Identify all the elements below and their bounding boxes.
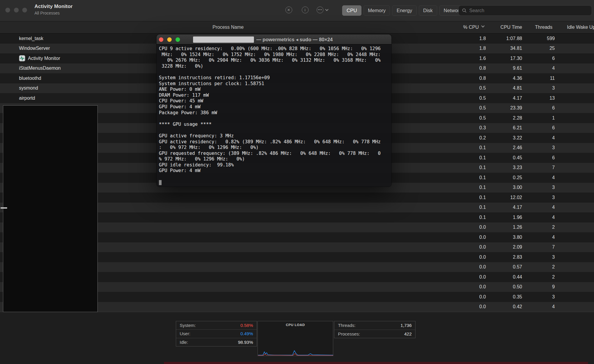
cpu-value: 0.1 [416, 175, 486, 180]
cpu-value: 0.0 [416, 274, 486, 280]
threads-label: Threads: [338, 323, 356, 328]
cpu-value: 0.0 [416, 264, 486, 270]
cpu-time-value: 3.22 [486, 135, 522, 141]
cpu-time-value: 3.80 [486, 235, 522, 240]
threads-value: 6 [522, 105, 555, 111]
search-field[interactable] [458, 5, 592, 16]
cpu-value: 0.1 [416, 195, 486, 200]
column-header-idle-wake[interactable]: Idle Wake Up [567, 25, 594, 30]
cpu-time-value: 0.57 [486, 264, 522, 270]
cpu-load-graph [258, 328, 333, 356]
cpu-time-value: 23.39 [486, 105, 522, 111]
activity-monitor-app-icon [19, 55, 25, 61]
activity-monitor-titlebar[interactable]: Activity Monitor All Processes ✕ i ••• C… [0, 0, 594, 21]
cpu-time-value: 0.25 [486, 175, 522, 180]
minimize-button[interactable] [167, 37, 172, 42]
threads-value: 2 [522, 274, 555, 280]
redaction-mark [1, 207, 7, 209]
cpu-time-value: 0.50 [486, 284, 522, 290]
redacted-process-names [3, 105, 98, 312]
threads-value: 1 [522, 115, 555, 121]
cpu-time-value: 4.17 [486, 205, 522, 210]
cpu-time-value: 6.21 [486, 125, 522, 131]
cpu-time-value: 4.36 [486, 76, 522, 81]
threads-value: 3 [522, 85, 555, 91]
cpu-value: 0.1 [416, 155, 486, 160]
tab-disk[interactable]: Disk [419, 5, 437, 16]
cpu-value: 0.2 [416, 135, 486, 141]
threads-value: 1,736 [400, 323, 412, 328]
terminal-titlebar[interactable]: — powermetrics ◂ sudo — 80×24 [157, 34, 391, 44]
threads-value: 25 [522, 46, 555, 51]
cpu-time-value: 2.09 [486, 244, 522, 250]
threads-value: 4 [522, 215, 555, 220]
zoom-button[interactable] [176, 37, 180, 42]
column-header-process-name[interactable]: Process Name [213, 25, 244, 30]
terminal-output: CPU 9 active residency: 0.00% (600 MHz: … [159, 46, 391, 185]
threads-value: 7 [522, 244, 555, 250]
background-window-edge [164, 362, 588, 364]
cpu-time-value: 0.42 [486, 304, 522, 309]
threads-value: 6 [522, 155, 555, 160]
cpu-value: 0.0 [416, 284, 486, 290]
threads-value: 4 [522, 135, 555, 141]
threads-value: 4 [522, 66, 555, 71]
search-input[interactable] [469, 8, 576, 13]
quit-process-button[interactable]: ✕ [285, 6, 293, 14]
threads-value: 6 [522, 56, 555, 61]
terminal-window: — powermetrics ◂ sudo — 80×24 CPU 9 acti… [157, 34, 391, 187]
close-button[interactable] [159, 37, 163, 42]
processes-label: Processes: [338, 331, 360, 336]
threads-value: 4 [522, 235, 555, 240]
terminal-body: CPU 9 active residency: 0.00% (600 MHz: … [157, 44, 391, 185]
inspect-process-button[interactable]: i [301, 6, 309, 14]
cpu-value: 0.0 [416, 304, 486, 309]
cpu-time-value: 9.61 [486, 66, 522, 71]
cpu-time-value: 1.26 [486, 225, 522, 230]
terminal-title: — powermetrics ◂ sudo — 80×24 [256, 37, 333, 42]
more-options-button[interactable]: ••• [317, 6, 333, 14]
threads-processes-box: Threads: 1,736 Processes: 422 [334, 321, 416, 338]
cpu-value: 0.5 [416, 105, 486, 111]
system-stat-row: System: 0.58% [176, 321, 257, 330]
close-button[interactable] [5, 8, 10, 12]
tab-cpu[interactable]: CPU [342, 5, 361, 16]
user-value: 0.49% [240, 331, 253, 336]
cpu-value: 0.8 [416, 76, 486, 81]
column-header-threads[interactable]: Threads [535, 25, 552, 30]
idle-stat-row: Idle: 98.93% [176, 338, 257, 346]
cpu-value: 0.0 [416, 294, 486, 300]
redacted-window-title [193, 36, 254, 43]
terminal-cursor [159, 180, 162, 185]
cpu-load-graph-box: CPU LOAD [257, 321, 333, 356]
cpu-time-value: 2.28 [486, 115, 522, 121]
cpu-value: 0.8 [416, 66, 486, 71]
threads-stat-row: Threads: 1,736 [334, 321, 415, 330]
system-label: System: [180, 323, 196, 328]
cpu-load-title: CPU LOAD [258, 323, 333, 327]
cpu-value: 0.0 [416, 255, 486, 260]
threads-value: 599 [522, 36, 555, 41]
search-icon [462, 8, 467, 13]
zoom-button[interactable] [22, 8, 27, 12]
threads-value: 11 [522, 76, 555, 81]
cpu-time-value: 1:07.88 [486, 36, 522, 41]
cpu-time-value: 4.17 [486, 96, 522, 101]
threads-value: 9 [522, 284, 555, 290]
system-value: 0.58% [240, 323, 253, 328]
cpu-time-value: 3.23 [486, 165, 522, 170]
tab-memory[interactable]: Memory [364, 5, 390, 16]
threads-value: 6 [522, 125, 555, 131]
column-header-cpu-time[interactable]: CPU Time [500, 25, 522, 30]
minimize-button[interactable] [14, 8, 19, 12]
cpu-value: 0.1 [416, 185, 486, 190]
threads-value: 3 [522, 145, 555, 150]
statistics-footer: System: 0.58% User: 0.49% Idle: 98.93% C… [0, 312, 594, 364]
cpu-value: 0.3 [416, 125, 486, 131]
tab-energy[interactable]: Energy [392, 5, 416, 16]
cpu-time-value: 2.83 [486, 255, 522, 260]
window-title-block: Activity Monitor All Processes [34, 4, 72, 15]
cpu-time-value: 17.30 [486, 56, 522, 61]
cpu-time-value: 0.44 [486, 274, 522, 280]
column-header-cpu[interactable]: % CPU [463, 25, 479, 30]
